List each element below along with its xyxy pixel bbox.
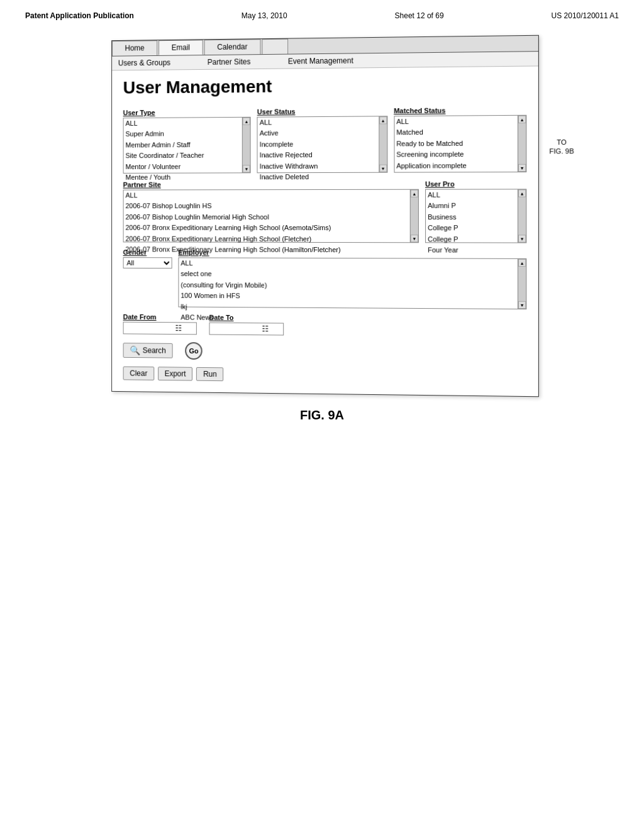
list-item[interactable]: ALL: [394, 116, 518, 128]
user-profile-scrollbar[interactable]: ▲ ▼: [518, 189, 526, 242]
scroll-down-icon[interactable]: ▼: [379, 165, 387, 172]
matched-status-listbox[interactable]: ALL Matched Ready to be Matched Screenin…: [394, 115, 526, 173]
partner-site-group: Partner Site ALL 2006-07 Bishop Loughlin…: [123, 180, 419, 243]
ui-main: User Management User Type ALL Super Admi…: [112, 66, 538, 396]
subnav-users-groups[interactable]: Users & Groups: [118, 58, 170, 68]
list-item[interactable]: Mentor / Volunteer: [124, 161, 243, 172]
list-item[interactable]: Inactive Withdrawn: [258, 160, 379, 172]
user-status-label: User Status: [257, 107, 387, 116]
run-button[interactable]: Run: [196, 367, 223, 381]
scroll-up-icon[interactable]: ▲: [518, 116, 526, 123]
gender-select[interactable]: All Male Female: [123, 257, 172, 268]
list-item[interactable]: 2006-07 Bishop Loughlin HS: [124, 201, 410, 212]
list-item[interactable]: Ready to be Matched: [394, 138, 518, 150]
partner-site-label: Partner Site: [123, 180, 419, 189]
to-fig-note: TOFIG. 9B: [549, 138, 574, 156]
scroll-down-icon[interactable]: ▼: [243, 165, 250, 172]
go-button[interactable]: Go: [185, 342, 202, 360]
tab-home[interactable]: Home: [112, 40, 157, 56]
list-item[interactable]: Alumni P: [426, 201, 518, 212]
action-row: Clear Export Run: [123, 367, 527, 385]
list-item[interactable]: Incomplete: [258, 138, 379, 150]
matched-status-list: ALL Matched Ready to be Matched Screenin…: [394, 116, 518, 172]
scroll-up-icon[interactable]: ▲: [411, 190, 418, 197]
scroll-down-icon[interactable]: ▼: [518, 164, 526, 172]
list-item[interactable]: Site Coordinator / Teacher: [124, 150, 243, 162]
date-to-input[interactable]: [212, 325, 262, 333]
employer-scrollbar[interactable]: ▲ ▼: [518, 259, 526, 309]
date-from-input[interactable]: [126, 324, 175, 332]
scroll-up-icon[interactable]: ▲: [518, 259, 526, 267]
partner-site-listbox[interactable]: ALL 2006-07 Bishop Loughlin HS 2006-07 B…: [123, 189, 419, 243]
filters-row: User Type ALL Super Admin Member Admin /…: [123, 106, 527, 174]
user-type-label: User Type: [123, 108, 251, 116]
list-item[interactable]: ALL: [124, 190, 410, 201]
partner-site-scrollbar[interactable]: ▲ ▼: [410, 190, 418, 243]
date-to-input-wrap: ☷: [209, 323, 284, 336]
date-from-label: Date From: [123, 313, 197, 321]
user-type-listbox[interactable]: ALL Super Admin Member Admin / Staff Sit…: [123, 117, 251, 174]
user-status-group: User Status ALL Active Incomplete Inacti…: [257, 107, 387, 173]
list-item[interactable]: ALL: [179, 258, 518, 270]
search-icon: 🔍: [130, 345, 140, 355]
date-from-group: Date From ☷: [123, 313, 197, 335]
list-item[interactable]: Super Admin: [124, 128, 243, 140]
calendar-from-icon[interactable]: ☷: [175, 324, 182, 333]
date-to-label: Date To: [209, 314, 284, 322]
list-item[interactable]: 2006-07 Bishop Loughlin Memorial High Sc…: [124, 212, 410, 223]
list-item[interactable]: Active: [258, 128, 379, 139]
matched-status-group: Matched Status ALL Matched Ready to be M…: [394, 106, 526, 173]
list-item[interactable]: Application incomplete: [394, 160, 518, 171]
scroll-up-icon[interactable]: ▲: [379, 116, 387, 124]
clear-button[interactable]: Clear: [123, 367, 154, 380]
gender-group: Gender All Male Female: [123, 248, 172, 268]
list-item[interactable]: College P: [426, 234, 518, 245]
user-status-scrollbar[interactable]: ▲ ▼: [379, 116, 387, 172]
list-item[interactable]: ALL: [258, 116, 379, 128]
matched-status-label: Matched Status: [394, 106, 526, 115]
scroll-up-icon[interactable]: ▲: [518, 189, 526, 197]
list-item[interactable]: Matched: [394, 126, 518, 138]
date-from-input-wrap: ☷: [123, 322, 197, 335]
list-item[interactable]: Business: [426, 212, 518, 223]
list-item[interactable]: Inactive Rejected: [258, 150, 379, 161]
scroll-up-icon[interactable]: ▲: [243, 118, 250, 125]
list-item[interactable]: Member Admin / Staff: [124, 139, 243, 150]
list-item[interactable]: Screening incomplete: [394, 149, 518, 160]
user-type-scrollbar[interactable]: ▲ ▼: [242, 118, 250, 173]
scroll-track: [379, 124, 387, 164]
search-button[interactable]: 🔍 Search: [123, 343, 173, 358]
user-profile-listbox[interactable]: ALL Alumni P Business College P College …: [425, 189, 526, 243]
user-status-listbox[interactable]: ALL Active Incomplete Inactive Rejected …: [257, 116, 387, 173]
employer-listbox[interactable]: ALL select one (consulting for Virgin Mo…: [178, 257, 526, 309]
list-item[interactable]: ALL: [426, 189, 518, 201]
partner-site-list: ALL 2006-07 Bishop Loughlin HS 2006-07 B…: [124, 190, 410, 243]
list-item[interactable]: 2006-07 Bronx Expeditionary Learning Hig…: [124, 233, 410, 245]
scroll-down-icon[interactable]: ▼: [518, 301, 526, 309]
tab-calendar[interactable]: Calendar: [204, 39, 261, 55]
search-row: 🔍 Search Go: [123, 341, 527, 363]
ui-screenshot-box: TOFIG. 9B Home Email Calendar Users & Gr…: [111, 35, 539, 397]
subnav-event-management[interactable]: Event Management: [288, 56, 353, 65]
user-status-list: ALL Active Incomplete Inactive Rejected …: [258, 116, 379, 172]
scroll-down-icon[interactable]: ▼: [411, 235, 418, 242]
tab-email[interactable]: Email: [158, 40, 203, 55]
export-button[interactable]: Export: [158, 367, 193, 380]
patent-header: Patent Application Publication May 13, 2…: [0, 0, 644, 25]
calendar-to-icon[interactable]: ☷: [262, 324, 269, 333]
employer-list: ALL select one (consulting for Virgin Mo…: [179, 258, 518, 309]
list-item[interactable]: 2006-07 Bronx Expeditionary Learning Hig…: [124, 223, 410, 234]
page-title: User Management: [123, 74, 527, 98]
publication-title: Patent Application Publication: [25, 11, 134, 20]
partner-row: Partner Site ALL 2006-07 Bishop Loughlin…: [123, 180, 527, 243]
tab-empty[interactable]: [262, 39, 288, 54]
matched-status-scrollbar[interactable]: ▲ ▼: [518, 116, 526, 172]
scroll-down-icon[interactable]: ▼: [518, 235, 526, 242]
subnav-partner-sites[interactable]: Partner Sites: [208, 57, 250, 67]
list-item[interactable]: ALL: [124, 118, 243, 129]
search-btn-label: Search: [143, 346, 166, 355]
date-to-group: Date To ☷: [209, 314, 284, 336]
list-item[interactable]: College P: [426, 223, 518, 234]
scroll-track: [518, 123, 526, 164]
gender-label: Gender: [123, 248, 172, 256]
